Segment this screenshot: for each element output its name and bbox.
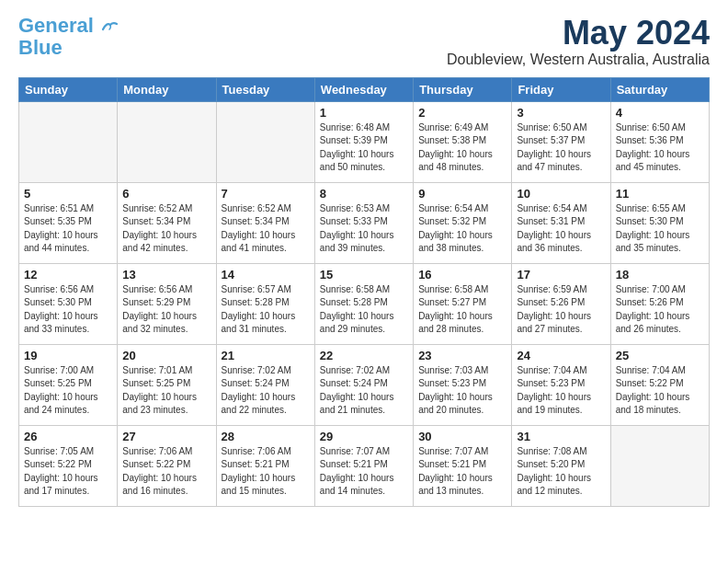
calendar-cell: 15Sunrise: 6:58 AM Sunset: 5:28 PM Dayli… [314, 263, 413, 344]
calendar-cell: 4Sunrise: 6:50 AM Sunset: 5:36 PM Daylig… [610, 101, 709, 182]
day-info: Sunrise: 6:48 AM Sunset: 5:39 PM Dayligh… [320, 121, 408, 175]
calendar-cell [19, 101, 118, 182]
day-info: Sunrise: 6:52 AM Sunset: 5:34 PM Dayligh… [122, 202, 210, 256]
day-number: 3 [517, 106, 605, 120]
calendar-cell [610, 425, 709, 506]
header: General Blue May 2024 Doubleview, Wester… [18, 15, 710, 68]
day-info: Sunrise: 7:00 AM Sunset: 5:26 PM Dayligh… [616, 283, 704, 337]
day-header-thursday: Thursday [414, 77, 512, 101]
calendar-cell [216, 101, 314, 182]
day-number: 8 [320, 187, 408, 201]
day-number: 20 [122, 349, 210, 362]
day-info: Sunrise: 6:59 AM Sunset: 5:26 PM Dayligh… [517, 283, 605, 337]
day-number: 23 [418, 349, 506, 362]
calendar-cell: 5Sunrise: 6:51 AM Sunset: 5:35 PM Daylig… [19, 182, 118, 263]
day-number: 17 [517, 268, 605, 282]
day-number: 22 [320, 349, 408, 362]
title-area: May 2024 Doubleview, Western Australia, … [447, 15, 710, 68]
calendar-cell: 16Sunrise: 6:58 AM Sunset: 5:27 PM Dayli… [414, 263, 512, 344]
day-number: 6 [122, 187, 210, 201]
calendar-cell: 23Sunrise: 7:03 AM Sunset: 5:23 PM Dayli… [414, 344, 512, 425]
calendar-cell: 26Sunrise: 7:05 AM Sunset: 5:22 PM Dayli… [19, 425, 118, 506]
day-number: 5 [24, 187, 112, 201]
day-number: 11 [616, 187, 704, 201]
day-number: 19 [24, 349, 112, 362]
calendar-cell: 11Sunrise: 6:55 AM Sunset: 5:30 PM Dayli… [610, 182, 709, 263]
day-number: 1 [320, 106, 408, 120]
day-number: 31 [517, 430, 605, 443]
day-number: 29 [320, 430, 408, 443]
day-info: Sunrise: 7:04 AM Sunset: 5:22 PM Dayligh… [616, 364, 704, 418]
day-info: Sunrise: 6:52 AM Sunset: 5:34 PM Dayligh… [222, 202, 310, 256]
week-row-3: 12Sunrise: 6:56 AM Sunset: 5:30 PM Dayli… [19, 263, 710, 344]
day-number: 10 [517, 187, 605, 201]
logo-blue: Blue [18, 37, 63, 59]
day-number: 25 [616, 349, 704, 362]
calendar-cell: 30Sunrise: 7:07 AM Sunset: 5:21 PM Dayli… [414, 425, 512, 506]
calendar-cell: 17Sunrise: 6:59 AM Sunset: 5:26 PM Dayli… [512, 263, 610, 344]
day-number: 18 [616, 268, 704, 282]
day-number: 15 [320, 268, 408, 282]
day-info: Sunrise: 7:06 AM Sunset: 5:21 PM Dayligh… [222, 445, 310, 499]
calendar-table: SundayMondayTuesdayWednesdayThursdayFrid… [18, 77, 710, 507]
day-info: Sunrise: 6:50 AM Sunset: 5:37 PM Dayligh… [517, 121, 605, 175]
calendar-cell: 14Sunrise: 6:57 AM Sunset: 5:28 PM Dayli… [216, 263, 314, 344]
day-info: Sunrise: 7:04 AM Sunset: 5:23 PM Dayligh… [517, 364, 605, 418]
day-info: Sunrise: 6:58 AM Sunset: 5:27 PM Dayligh… [418, 283, 506, 337]
day-info: Sunrise: 6:56 AM Sunset: 5:29 PM Dayligh… [122, 283, 210, 337]
calendar-cell: 21Sunrise: 7:02 AM Sunset: 5:24 PM Dayli… [216, 344, 314, 425]
header-row: SundayMondayTuesdayWednesdayThursdayFrid… [19, 77, 710, 101]
day-number: 24 [517, 349, 605, 362]
day-info: Sunrise: 6:56 AM Sunset: 5:30 PM Dayligh… [24, 283, 112, 337]
logo-bird-icon [101, 20, 118, 33]
day-number: 9 [418, 187, 506, 201]
day-info: Sunrise: 7:01 AM Sunset: 5:25 PM Dayligh… [122, 364, 210, 418]
day-number: 16 [418, 268, 506, 282]
day-number: 13 [122, 268, 210, 282]
calendar-cell: 9Sunrise: 6:54 AM Sunset: 5:32 PM Daylig… [414, 182, 512, 263]
calendar-cell: 19Sunrise: 7:00 AM Sunset: 5:25 PM Dayli… [19, 344, 118, 425]
calendar-cell: 29Sunrise: 7:07 AM Sunset: 5:21 PM Dayli… [314, 425, 413, 506]
calendar-cell: 6Sunrise: 6:52 AM Sunset: 5:34 PM Daylig… [118, 182, 216, 263]
calendar-cell: 25Sunrise: 7:04 AM Sunset: 5:22 PM Dayli… [610, 344, 709, 425]
day-number: 28 [222, 430, 310, 443]
day-info: Sunrise: 7:00 AM Sunset: 5:25 PM Dayligh… [24, 364, 112, 418]
week-row-1: 1Sunrise: 6:48 AM Sunset: 5:39 PM Daylig… [19, 101, 710, 182]
day-number: 2 [418, 106, 506, 120]
day-info: Sunrise: 7:05 AM Sunset: 5:22 PM Dayligh… [24, 445, 112, 499]
calendar-cell: 2Sunrise: 6:49 AM Sunset: 5:38 PM Daylig… [414, 101, 512, 182]
calendar-cell: 31Sunrise: 7:08 AM Sunset: 5:20 PM Dayli… [512, 425, 610, 506]
day-info: Sunrise: 6:55 AM Sunset: 5:30 PM Dayligh… [616, 202, 704, 256]
calendar-cell: 27Sunrise: 7:06 AM Sunset: 5:22 PM Dayli… [118, 425, 216, 506]
day-info: Sunrise: 6:57 AM Sunset: 5:28 PM Dayligh… [222, 283, 310, 337]
day-info: Sunrise: 6:50 AM Sunset: 5:36 PM Dayligh… [616, 121, 704, 175]
day-info: Sunrise: 7:02 AM Sunset: 5:24 PM Dayligh… [222, 364, 310, 418]
day-header-tuesday: Tuesday [216, 77, 314, 101]
calendar-cell: 22Sunrise: 7:02 AM Sunset: 5:24 PM Dayli… [314, 344, 413, 425]
calendar-cell: 1Sunrise: 6:48 AM Sunset: 5:39 PM Daylig… [314, 101, 413, 182]
logo: General Blue [18, 15, 118, 59]
day-info: Sunrise: 6:51 AM Sunset: 5:35 PM Dayligh… [24, 202, 112, 256]
calendar-cell: 18Sunrise: 7:00 AM Sunset: 5:26 PM Dayli… [610, 263, 709, 344]
day-info: Sunrise: 6:54 AM Sunset: 5:32 PM Dayligh… [418, 202, 506, 256]
day-header-wednesday: Wednesday [314, 77, 413, 101]
day-info: Sunrise: 6:54 AM Sunset: 5:31 PM Dayligh… [517, 202, 605, 256]
calendar-cell: 13Sunrise: 6:56 AM Sunset: 5:29 PM Dayli… [118, 263, 216, 344]
calendar-cell: 12Sunrise: 6:56 AM Sunset: 5:30 PM Dayli… [19, 263, 118, 344]
day-number: 30 [418, 430, 506, 443]
calendar-cell: 8Sunrise: 6:53 AM Sunset: 5:33 PM Daylig… [314, 182, 413, 263]
week-row-4: 19Sunrise: 7:00 AM Sunset: 5:25 PM Dayli… [19, 344, 710, 425]
logo-text: General [18, 15, 118, 37]
location-subtitle: Doubleview, Western Australia, Australia [447, 52, 710, 68]
calendar-cell: 10Sunrise: 6:54 AM Sunset: 5:31 PM Dayli… [512, 182, 610, 263]
day-info: Sunrise: 6:49 AM Sunset: 5:38 PM Dayligh… [418, 121, 506, 175]
day-number: 7 [222, 187, 310, 201]
calendar-cell: 28Sunrise: 7:06 AM Sunset: 5:21 PM Dayli… [216, 425, 314, 506]
day-info: Sunrise: 7:07 AM Sunset: 5:21 PM Dayligh… [320, 445, 408, 499]
calendar-cell [118, 101, 216, 182]
day-number: 27 [122, 430, 210, 443]
month-title: May 2024 [447, 15, 710, 52]
day-number: 12 [24, 268, 112, 282]
day-header-sunday: Sunday [19, 77, 118, 101]
calendar-cell: 20Sunrise: 7:01 AM Sunset: 5:25 PM Dayli… [118, 344, 216, 425]
